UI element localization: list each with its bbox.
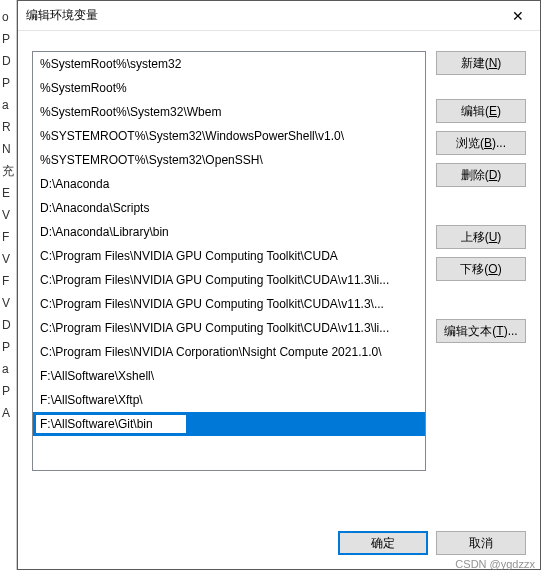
browse-button[interactable]: 浏览(B)... bbox=[436, 131, 526, 155]
list-item[interactable]: C:\Program Files\NVIDIA GPU Computing To… bbox=[33, 316, 425, 340]
list-item[interactable]: %SystemRoot%\System32\Wbem bbox=[33, 100, 425, 124]
list-item[interactable]: D:\Anaconda\Scripts bbox=[33, 196, 425, 220]
path-listbox[interactable]: %SystemRoot%\system32%SystemRoot%%System… bbox=[32, 51, 426, 471]
new-button[interactable]: 新建(N) bbox=[436, 51, 526, 75]
list-item[interactable]: D:\Anaconda\Library\bin bbox=[33, 220, 425, 244]
close-icon: ✕ bbox=[512, 8, 524, 24]
movedown-button[interactable]: 下移(O) bbox=[436, 257, 526, 281]
delete-button[interactable]: 删除(D) bbox=[436, 163, 526, 187]
dialog-window: 编辑环境变量 ✕ %SystemRoot%\system32%SystemRoo… bbox=[17, 0, 541, 570]
list-item[interactable]: F:\AllSoftware\Xshell\ bbox=[33, 364, 425, 388]
list-item[interactable]: F:\AllSoftware\Xftp\ bbox=[33, 388, 425, 412]
list-item[interactable]: D:\Anaconda bbox=[33, 172, 425, 196]
edittext-button[interactable]: 编辑文本(T)... bbox=[436, 319, 526, 343]
titlebar: 编辑环境变量 ✕ bbox=[18, 1, 540, 31]
moveup-button[interactable]: 上移(U) bbox=[436, 225, 526, 249]
list-item[interactable]: %SystemRoot%\system32 bbox=[33, 52, 425, 76]
edit-button[interactable]: 编辑(E) bbox=[436, 99, 526, 123]
background-window-text: oPDPaRN充EVFVFVDPaPA bbox=[0, 0, 16, 570]
list-item[interactable]: C:\Program Files\NVIDIA Corporation\Nsig… bbox=[33, 340, 425, 364]
content-area: %SystemRoot%\system32%SystemRoot%%System… bbox=[18, 31, 540, 521]
list-item[interactable]: %SYSTEMROOT%\System32\WindowsPowerShell\… bbox=[33, 124, 425, 148]
ok-button[interactable]: 确定 bbox=[338, 531, 428, 555]
list-item[interactable] bbox=[33, 412, 425, 436]
cancel-button[interactable]: 取消 bbox=[436, 531, 526, 555]
close-button[interactable]: ✕ bbox=[495, 1, 540, 31]
list-item[interactable]: C:\Program Files\NVIDIA GPU Computing To… bbox=[33, 244, 425, 268]
list-item[interactable]: C:\Program Files\NVIDIA GPU Computing To… bbox=[33, 268, 425, 292]
list-item[interactable]: C:\Program Files\NVIDIA GPU Computing To… bbox=[33, 292, 425, 316]
list-item[interactable]: %SystemRoot% bbox=[33, 76, 425, 100]
list-item[interactable]: %SYSTEMROOT%\System32\OpenSSH\ bbox=[33, 148, 425, 172]
button-column: 新建(N) 编辑(E) 浏览(B)... 删除(D) 上移(U) 下移(O) 编… bbox=[436, 51, 526, 511]
watermark: CSDN @ygdzzx bbox=[455, 558, 535, 570]
window-title: 编辑环境变量 bbox=[26, 7, 98, 24]
path-edit-input[interactable] bbox=[36, 415, 186, 433]
